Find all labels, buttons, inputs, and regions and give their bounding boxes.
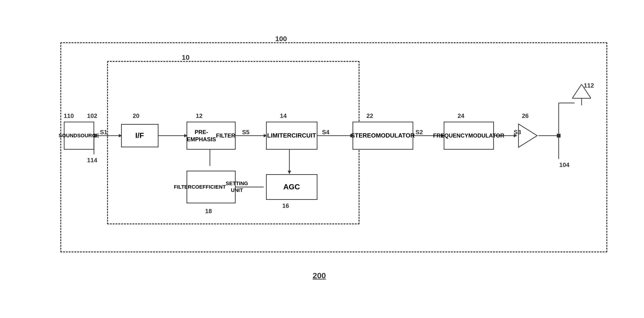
ref-104: 104	[560, 161, 570, 168]
diagram-title: 200	[313, 271, 326, 280]
svg-marker-25	[518, 124, 537, 147]
diagram-container: 100 10 SOUNDSOURCE 110 102 114 S1 I/F 20…	[18, 19, 626, 299]
ref-16: 16	[282, 202, 289, 209]
ref-114: 114	[87, 157, 97, 164]
pre-emphasis-box: PRE-EMPHASISFILTER	[186, 122, 236, 150]
ref-12: 12	[196, 112, 203, 120]
signal-s2: S2	[416, 129, 423, 136]
ref-24: 24	[458, 112, 464, 120]
ref-110: 110	[64, 112, 74, 120]
signal-s5: S5	[242, 129, 250, 136]
ref-14: 14	[280, 112, 287, 120]
signal-s1: S1	[100, 129, 108, 136]
if-box: I/F	[121, 124, 158, 147]
signal-s4: S4	[322, 129, 330, 136]
filter-coeff-box: FILTERCOEFFICIENTSETTING UNIT	[186, 171, 236, 203]
ref-112: 112	[584, 82, 594, 89]
stereo-mod-box: STEREOMODULATOR	[352, 122, 413, 150]
amplifier-symbol	[516, 122, 540, 150]
ref-102: 102	[87, 112, 97, 120]
limiter-box: LIMITERCIRCUIT	[266, 122, 318, 150]
sound-source-box: SOUNDSOURCE	[64, 122, 94, 150]
ref-26: 26	[522, 112, 529, 120]
ref-22: 22	[366, 112, 373, 120]
ref-20: 20	[133, 112, 140, 120]
freq-mod-box: FREQUENCYMODULATOR	[444, 122, 494, 150]
label-10: 10	[182, 53, 190, 61]
label-100: 100	[275, 35, 287, 43]
agc-box: AGC	[266, 174, 318, 200]
ref-18: 18	[205, 208, 212, 215]
